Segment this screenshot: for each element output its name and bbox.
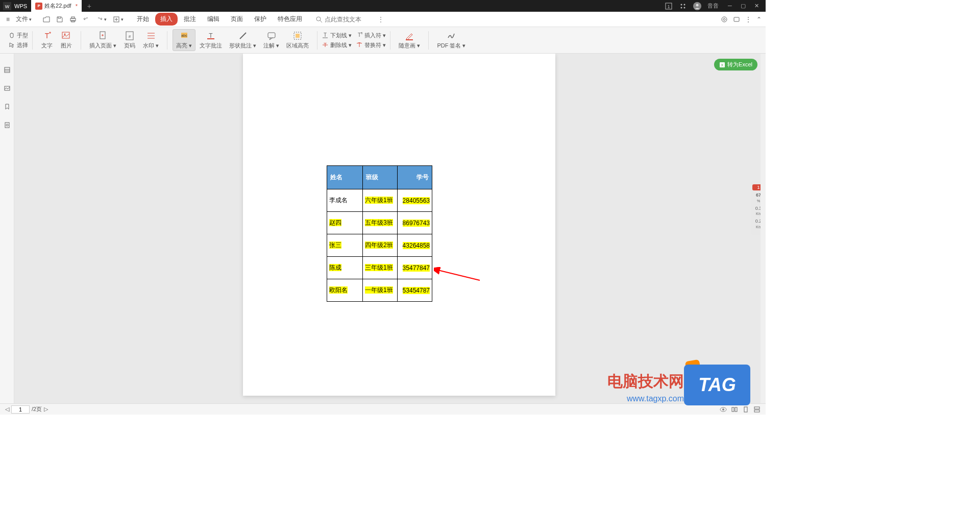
single-page-icon[interactable] xyxy=(742,406,749,413)
svg-rect-46 xyxy=(5,123,9,128)
settings-icon[interactable] xyxy=(721,16,728,23)
ribbon-tabs: 开始 插入 批注 编辑 页面 保护 特色应用 xyxy=(132,13,307,26)
table-row: 张三四年级2班43264858 xyxy=(327,234,432,257)
area-highlight-button[interactable]: 区域高亮 xyxy=(283,29,312,51)
svg-rect-56 xyxy=(744,407,747,412)
highlight-button[interactable]: abc高亮 ▾ xyxy=(173,29,195,51)
header-name: 姓名 xyxy=(327,166,363,189)
tab-page[interactable]: 页面 xyxy=(226,13,248,26)
document-tab[interactable]: P 姓名22.pdf * xyxy=(31,0,82,12)
tab-start[interactable]: 开始 xyxy=(132,13,154,26)
svg-text:X: X xyxy=(721,63,724,67)
svg-text:#: # xyxy=(129,34,131,39)
watermark-button[interactable]: 水印 ▾ xyxy=(140,30,162,51)
statusbar-right xyxy=(720,406,761,413)
svg-point-8 xyxy=(696,4,699,6)
shape-annotation-button[interactable]: 形状批注 ▾ xyxy=(226,29,259,51)
image-button[interactable]: 图片 xyxy=(57,30,76,51)
freehand-button[interactable]: 随意画 ▾ xyxy=(396,30,423,51)
insert-page-button[interactable]: 插入页面 ▾ xyxy=(86,30,119,51)
tab-protect[interactable]: 保护 xyxy=(249,13,272,26)
svg-point-4 xyxy=(681,4,682,5)
undo-icon[interactable] xyxy=(81,15,92,24)
continuous-icon[interactable] xyxy=(753,406,761,413)
tab-annotate[interactable]: 批注 xyxy=(179,13,201,26)
eye-icon[interactable] xyxy=(720,406,727,413)
insert-symbol-button[interactable]: T插入符 ▾ xyxy=(354,31,388,40)
user-name[interactable]: 音音 xyxy=(707,2,719,10)
page-input[interactable] xyxy=(11,405,30,414)
svg-point-7 xyxy=(684,7,685,8)
svg-point-6 xyxy=(681,7,682,8)
page-navigation: ◁ /2页 ▷ xyxy=(5,405,48,414)
main-area: 姓名 班级 学号 李成名六年级1班28405563 赵四五年级3班8697674… xyxy=(0,54,766,403)
data-table: 姓名 班级 学号 李成名六年级1班28405563 赵四五年级3班8697674… xyxy=(327,165,432,302)
file-menu[interactable]: 文件 ▾ xyxy=(14,14,34,25)
annotation-button[interactable]: 注解 ▾ xyxy=(260,29,282,51)
app-name: WPS xyxy=(14,3,27,9)
redo-icon[interactable]: ▾ xyxy=(94,15,109,24)
svg-line-14 xyxy=(320,20,322,22)
picture-icon[interactable] xyxy=(3,84,11,92)
attachment-icon[interactable] xyxy=(3,121,11,129)
svg-text:T: T xyxy=(324,32,327,38)
page-number-button[interactable]: #页码 xyxy=(120,30,139,51)
badge-icon[interactable]: 1 xyxy=(665,2,673,10)
text-annotation-button[interactable]: T文字批注 xyxy=(197,29,225,51)
tab-insert[interactable]: 插入 xyxy=(155,13,178,26)
more-icon[interactable]: ⋮ xyxy=(745,16,751,23)
pdf-sign-button[interactable]: PDF 签名 ▾ xyxy=(434,30,469,51)
tab-edit[interactable]: 编辑 xyxy=(202,13,225,26)
svg-rect-34 xyxy=(296,34,300,38)
save-icon[interactable] xyxy=(54,15,65,24)
page-total: /2页 xyxy=(32,405,42,413)
apps-icon[interactable] xyxy=(679,2,687,10)
print-icon[interactable] xyxy=(67,15,79,24)
svg-point-16 xyxy=(723,18,725,20)
maximize-button[interactable]: ▢ xyxy=(738,3,748,9)
table-row: 欧阳名一年级1班53454787 xyxy=(327,279,432,302)
wps-logo-icon[interactable]: W xyxy=(2,1,12,11)
hand-tool[interactable]: 手型 xyxy=(6,31,30,40)
svg-text:T: T xyxy=(358,32,361,38)
window-controls: ─ ▢ ✕ xyxy=(725,3,762,9)
close-button[interactable]: ✕ xyxy=(751,3,762,9)
document-canvas[interactable]: 姓名 班级 学号 李成名六年级1班28405563 赵四五年级3班8697674… xyxy=(14,54,766,403)
tab-special[interactable]: 特色应用 xyxy=(273,13,307,26)
export-icon[interactable]: ▾ xyxy=(111,15,126,24)
thumbnails-icon[interactable] xyxy=(3,66,11,74)
quickbar-right: ⋮ ⌃ xyxy=(721,16,762,23)
search-box[interactable]: ⋮ xyxy=(315,16,384,23)
text-button[interactable]: T文字 xyxy=(38,30,56,51)
search-input[interactable] xyxy=(325,16,376,23)
watermark-text: 电脑技术网 xyxy=(607,371,684,392)
svg-rect-10 xyxy=(71,17,75,18)
pdf-icon: P xyxy=(35,3,42,10)
user-avatar-icon[interactable] xyxy=(693,2,701,10)
convert-to-excel-button[interactable]: X 转为Excel xyxy=(714,59,757,70)
open-icon[interactable] xyxy=(41,15,52,24)
underline-button[interactable]: T下划线 ▾ xyxy=(320,31,354,40)
vertical-scrollbar[interactable] xyxy=(761,54,766,403)
replace-symbol-button[interactable]: T替换符 ▾ xyxy=(354,41,388,50)
menu-icon[interactable]: ≡ xyxy=(4,15,12,24)
collapse-icon[interactable]: ⌃ xyxy=(756,16,762,23)
skin-icon[interactable] xyxy=(733,16,740,23)
svg-rect-30 xyxy=(207,38,214,39)
prev-page-button[interactable]: ◁ xyxy=(5,406,9,413)
header-class: 班级 xyxy=(363,166,398,189)
layout-icon[interactable] xyxy=(731,406,738,413)
strikethrough-button[interactable]: T删除线 ▾ xyxy=(320,41,354,50)
bookmark-icon[interactable] xyxy=(3,103,11,111)
svg-rect-17 xyxy=(734,17,739,21)
svg-point-15 xyxy=(722,17,727,22)
next-page-button[interactable]: ▷ xyxy=(44,406,48,413)
select-tool[interactable]: 选择 xyxy=(6,41,30,50)
new-tab-button[interactable]: + xyxy=(82,2,97,10)
titlebar-left: W WPS P 姓名22.pdf * + xyxy=(0,0,97,12)
svg-rect-42 xyxy=(5,67,10,73)
svg-point-5 xyxy=(684,4,685,5)
dirty-indicator: * xyxy=(76,3,78,9)
minimize-button[interactable]: ─ xyxy=(725,3,735,9)
svg-rect-57 xyxy=(754,407,760,409)
